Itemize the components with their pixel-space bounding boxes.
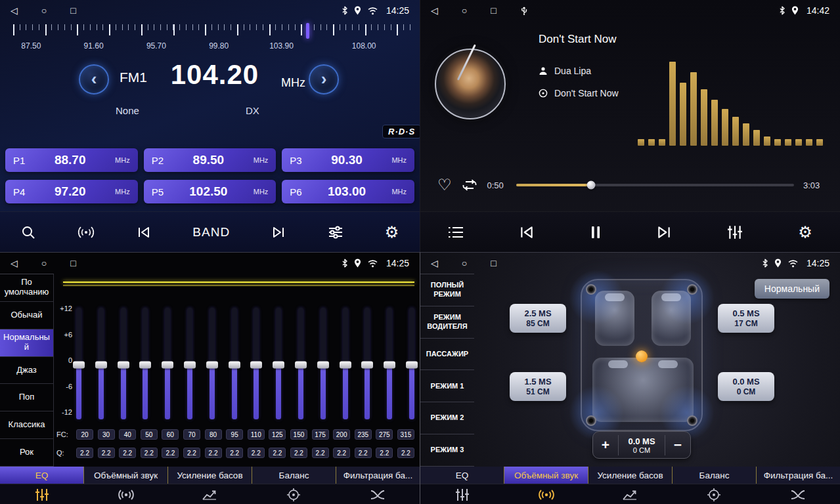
progress-bar[interactable] <box>516 184 794 186</box>
bass-boost-icon[interactable] <box>168 484 252 504</box>
slider-handle[interactable] <box>340 361 351 368</box>
slider-handle[interactable] <box>206 361 218 368</box>
slider-handle[interactable] <box>95 361 107 368</box>
listening-mode-item[interactable]: ПАССАЖИР <box>420 339 474 371</box>
eq-band-slider[interactable] <box>76 308 81 419</box>
band-button[interactable]: BAND <box>190 222 232 242</box>
pause-button[interactable] <box>588 222 604 242</box>
delay-rear-left[interactable]: 1.5 MS 51 CM <box>510 372 566 401</box>
delay-front-left[interactable]: 2.5 MS 85 CM <box>510 304 566 333</box>
listening-mode-item[interactable]: РЕЖИМ 2 <box>420 402 474 434</box>
slider-handle[interactable] <box>73 361 85 368</box>
back-icon[interactable]: ◁ <box>431 6 438 15</box>
repeat-button[interactable] <box>461 178 478 192</box>
eq-band-slider[interactable] <box>99 308 104 419</box>
listening-position-dot[interactable] <box>636 350 648 362</box>
slider-handle[interactable] <box>139 361 151 368</box>
home-icon[interactable]: ○ <box>41 259 47 268</box>
eq-preset-item[interactable]: Обычай <box>0 302 53 329</box>
tab-filter[interactable]: Фильтрация ба... <box>336 467 420 484</box>
slider-handle[interactable] <box>273 361 284 368</box>
frequency-indicator[interactable] <box>306 23 309 39</box>
settings-button[interactable]: ⚙ <box>382 222 402 243</box>
slider-handle[interactable] <box>184 361 196 368</box>
eq-band-slider[interactable] <box>365 308 370 419</box>
eq-sliders-icon[interactable] <box>420 484 504 504</box>
eq-band-slider[interactable] <box>276 308 281 419</box>
eq-preset-badge[interactable]: Нормальный <box>755 279 829 299</box>
listening-mode-item[interactable]: ПОЛНЫЙ РЕЖИМ <box>420 274 474 306</box>
eq-band-slider[interactable] <box>232 308 237 419</box>
eq-preset-item[interactable]: Джаз <box>0 357 53 385</box>
crossover-filter-icon[interactable] <box>336 484 420 504</box>
preset-button-p4[interactable]: P497.20MHz <box>5 180 138 203</box>
delay-plus-button[interactable]: + <box>593 436 618 453</box>
album-art[interactable] <box>435 49 506 119</box>
slider-handle[interactable] <box>250 361 262 368</box>
slider-handle[interactable] <box>317 361 329 368</box>
back-icon[interactable]: ◁ <box>11 259 18 268</box>
eq-band-slider[interactable] <box>298 308 303 419</box>
eq-band-slider[interactable] <box>254 308 259 419</box>
tab-balance[interactable]: Баланс <box>673 467 757 484</box>
eq-band-slider[interactable] <box>121 308 126 419</box>
slider-handle[interactable] <box>229 361 240 368</box>
seek-down-button[interactable]: ‹ <box>79 64 109 94</box>
tab-balance[interactable]: Баланс <box>252 467 336 484</box>
preset-button-p1[interactable]: P188.70MHz <box>5 148 138 172</box>
slider-handle[interactable] <box>406 361 418 368</box>
back-icon[interactable]: ◁ <box>11 6 18 15</box>
slider-handle[interactable] <box>384 361 395 368</box>
tab-eq[interactable]: EQ <box>0 467 84 484</box>
delay-minus-button[interactable]: − <box>665 436 690 453</box>
eq-preset-item[interactable]: Поп <box>0 384 53 411</box>
preset-prev-button[interactable] <box>134 224 154 241</box>
auto-search-button[interactable] <box>74 223 98 242</box>
back-icon[interactable]: ◁ <box>431 259 438 268</box>
playlist-button[interactable] <box>445 224 466 241</box>
recents-icon[interactable]: □ <box>70 259 76 268</box>
surround-sound-icon[interactable] <box>504 484 588 504</box>
delay-front-right[interactable]: 0.5 MS 17 CM <box>718 304 774 333</box>
balance-icon[interactable] <box>252 484 336 504</box>
eq-sliders-icon[interactable] <box>0 484 84 504</box>
tab-eq[interactable]: EQ <box>420 467 504 484</box>
scan-button[interactable] <box>18 222 38 242</box>
tab-surround[interactable]: Объёмный звук <box>504 467 588 484</box>
listening-mode-item[interactable]: РЕЖИМ ВОДИТЕЛЯ <box>420 306 474 339</box>
next-track-button[interactable] <box>653 223 674 242</box>
previous-track-button[interactable] <box>516 223 537 242</box>
eq-band-slider[interactable] <box>210 308 215 419</box>
slider-handle[interactable] <box>162 361 173 368</box>
recents-icon[interactable]: □ <box>491 6 496 15</box>
listening-mode-item[interactable]: РЕЖИМ 1 <box>420 370 474 402</box>
preset-button-p2[interactable]: P289.50MHz <box>144 148 276 172</box>
balance-icon[interactable] <box>672 484 756 504</box>
eq-band-slider[interactable] <box>165 308 170 419</box>
favorite-button[interactable]: ♡ <box>437 177 452 193</box>
crossover-filter-icon[interactable] <box>756 484 840 504</box>
slider-handle[interactable] <box>295 361 307 368</box>
eq-band-slider[interactable] <box>387 308 392 419</box>
preset-button-p6[interactable]: P6103.00MHz <box>282 180 414 203</box>
equalizer-button[interactable] <box>724 222 745 242</box>
eq-preset-item[interactable]: Рок <box>0 439 53 467</box>
recents-icon[interactable]: □ <box>70 6 76 15</box>
frequency-scale[interactable] <box>13 24 412 37</box>
progress-knob[interactable] <box>586 181 595 190</box>
recents-icon[interactable]: □ <box>491 259 496 268</box>
tab-bass-boost[interactable]: Усиление басов <box>588 467 673 484</box>
eq-preset-item[interactable]: Нормальный <box>0 329 53 357</box>
listening-mode-item[interactable]: РЕЖИМ 3 <box>420 434 474 467</box>
delay-rear-right[interactable]: 0.0 MS 0 CM <box>718 372 774 401</box>
tune-adjust-button[interactable] <box>325 223 346 242</box>
eq-band-slider[interactable] <box>409 308 414 419</box>
slider-handle[interactable] <box>361 361 373 368</box>
tab-filter[interactable]: Фильтрация ба... <box>757 467 840 484</box>
tab-surround[interactable]: Объёмный звук <box>84 467 168 484</box>
eq-preset-item[interactable]: По умолчанию <box>0 274 53 302</box>
surround-sound-icon[interactable] <box>84 484 168 504</box>
preset-button-p5[interactable]: P5102.50MHz <box>144 180 276 203</box>
eq-preset-item[interactable]: Классика <box>0 411 53 439</box>
preset-button-p3[interactable]: P390.30MHz <box>282 148 414 172</box>
